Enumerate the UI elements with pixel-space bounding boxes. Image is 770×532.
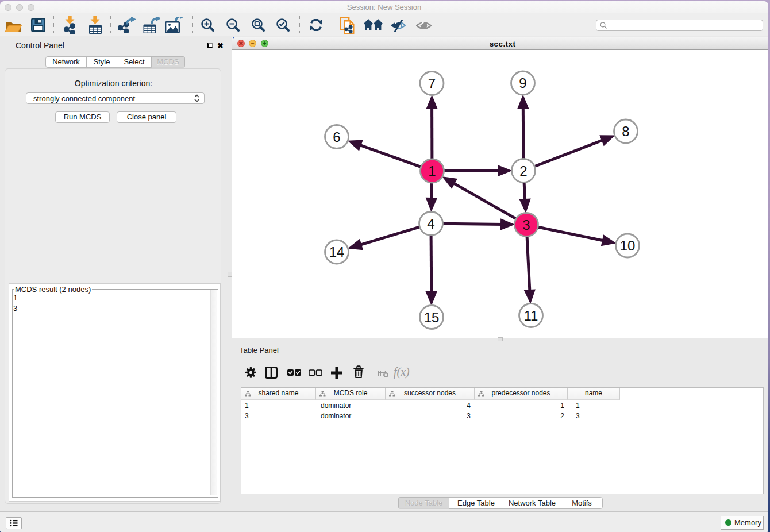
svg-text:9: 9	[519, 75, 526, 91]
svg-text:7: 7	[428, 76, 436, 91]
svg-text:6: 6	[333, 129, 340, 145]
svg-text:2: 2	[519, 163, 527, 179]
svg-text:11: 11	[524, 308, 538, 323]
svg-text:10: 10	[620, 238, 636, 253]
svg-text:15: 15	[424, 310, 440, 325]
svg-text:14: 14	[329, 244, 345, 260]
svg-text:3: 3	[522, 217, 530, 233]
svg-text:8: 8	[622, 124, 629, 139]
svg-text:1: 1	[428, 163, 436, 179]
svg-text:4: 4	[427, 216, 434, 232]
